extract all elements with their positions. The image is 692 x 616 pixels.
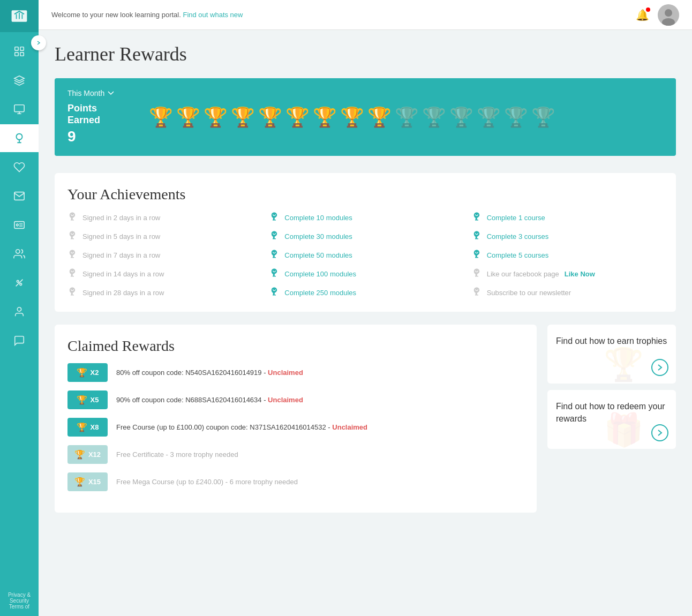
reward-row: 🏆 X15Free Mega Course (up to £240.00) - … (67, 472, 524, 491)
reward-badge: 🏆 X15 (67, 472, 108, 491)
trophy-icon: 🏆 (231, 106, 255, 129)
trophy-achievement-icon (269, 249, 279, 261)
badge-trophy-icon: 🏆 (74, 449, 85, 460)
reward-row: 🏆 X280% off coupon code: N540SA162041601… (67, 363, 524, 382)
trophy-achievement-icon (472, 268, 482, 280)
badge-trophy-icon: 🏆 (77, 395, 87, 405)
badge-trophy-icon: 🏆 (77, 422, 87, 432)
info-card-bg-icon: 🏆 (604, 345, 644, 384)
reward-text: Free Mega Course (up to £240.00) - 6 mor… (116, 478, 298, 486)
trophy-achievement-icon (472, 212, 482, 224)
svg-rect-11 (14, 222, 24, 229)
svg-rect-5 (20, 47, 24, 50)
like-now-link[interactable]: Like Now (565, 270, 595, 278)
info-card-arrow-button[interactable] (651, 359, 668, 376)
reward-row: 🏆 X12Free Certificate - 3 more trophy ne… (67, 445, 524, 464)
notification-bell[interactable]: 🔔 (636, 9, 649, 21)
trophy-achievement-icon (67, 287, 77, 299)
achievement-item: Complete 10 modules (269, 212, 461, 224)
points-value: 9 (67, 128, 127, 145)
achievement-item: Signed in 7 days in a row (67, 249, 259, 261)
topbar-welcome: Welcome to your new look learning portal… (51, 11, 243, 19)
sidebar: Privacy & Security Terms of (0, 0, 39, 616)
info-card: Find out how to redeem your rewards🎁 (547, 390, 676, 449)
month-selector[interactable]: This Month (67, 89, 127, 97)
reward-badge: 🏆 X12 (67, 445, 108, 464)
claimed-card: Claimed Rewards 🏆 X280% off coupon code:… (55, 325, 537, 513)
nav-courses[interactable] (0, 66, 39, 94)
rewards-top: This Month PointsEarned 9 🏆🏆🏆🏆🏆🏆🏆🏆🏆🏆🏆🏆🏆🏆… (55, 78, 676, 156)
nav-monitor[interactable] (0, 95, 39, 123)
bottom-section: Claimed Rewards 🏆 X280% off coupon code:… (55, 325, 676, 513)
trophy-achievement-icon (472, 230, 482, 243)
nav-rewards[interactable] (0, 124, 39, 152)
reward-text: Free Certificate - 3 more trophy needed (116, 450, 238, 459)
sidebar-nav (0, 37, 39, 355)
nav-profile[interactable] (0, 298, 39, 326)
reward-text: 90% off coupon code: N688SA1620416014634… (116, 396, 303, 404)
info-card: Find out how to earn trophies🏆 (547, 325, 676, 384)
achievements-title: Your Achievements (67, 186, 663, 203)
achievement-item: Complete 250 modules (269, 287, 461, 299)
reward-badge: 🏆 X5 (67, 390, 108, 409)
nav-messages[interactable] (0, 182, 39, 210)
svg-point-15 (16, 250, 20, 253)
badge-trophy-icon: 🏆 (77, 367, 87, 378)
unclaimed-badge: Unclaimed (268, 396, 303, 404)
trophy-icon: 🏆 (422, 106, 446, 129)
reward-row: 🏆 X8Free Course (up to £100.00) coupon c… (67, 418, 524, 437)
trophy-icon: 🏆 (367, 106, 392, 129)
achievement-item: Complete 30 modules (269, 230, 461, 243)
nav-wishlist[interactable] (0, 153, 39, 181)
reward-text: 80% off coupon code: N540SA1620416014919… (116, 369, 303, 377)
trophy-achievement-icon (67, 268, 77, 280)
avatar[interactable] (658, 4, 679, 26)
trophy-icon: 🏆 (176, 106, 200, 129)
sidebar-footer: Privacy & Security Terms of (5, 585, 34, 616)
main-content: Welcome to your new look learning portal… (39, 0, 692, 616)
trophy-icon: 🏆 (395, 106, 419, 129)
info-card-arrow-button[interactable] (651, 424, 668, 441)
achievement-item: Signed in 5 days in a row (67, 230, 259, 243)
unclaimed-badge: Unclaimed (268, 369, 303, 377)
trophy-achievement-icon (269, 287, 279, 299)
sidebar-toggle[interactable] (31, 35, 46, 50)
trophy-icon: 🏆 (258, 106, 282, 129)
topbar: Welcome to your new look learning portal… (39, 0, 692, 30)
svg-rect-6 (15, 52, 18, 56)
nav-support[interactable] (0, 327, 39, 355)
trophy-achievement-icon (269, 212, 279, 224)
achievement-item: Complete 5 courses (472, 249, 663, 261)
nav-teams[interactable] (0, 240, 39, 268)
svg-point-16 (17, 280, 19, 282)
trophy-icon: 🏆 (285, 106, 310, 129)
unclaimed-badge: Unclaimed (332, 423, 367, 431)
reward-badge: 🏆 X8 (67, 418, 108, 437)
achievement-item: Complete 3 courses (472, 230, 663, 243)
nav-id-card[interactable] (0, 211, 39, 239)
info-sidebar: Find out how to earn trophies🏆Find out h… (547, 325, 676, 513)
svg-rect-7 (20, 52, 24, 56)
achievements-grid: Signed in 2 days in a rowComplete 10 mod… (67, 212, 663, 299)
points-card: This Month PointsEarned 9 (55, 78, 140, 156)
trophy-bar: 🏆🏆🏆🏆🏆🏆🏆🏆🏆🏆🏆🏆🏆🏆🏆 (140, 78, 676, 156)
trophy-icon: 🏆 (477, 106, 501, 129)
trophy-achievement-icon (67, 212, 77, 224)
reward-row: 🏆 X590% off coupon code: N688SA162041601… (67, 390, 524, 409)
trophy-icon: 🏆 (531, 106, 555, 129)
find-out-link[interactable]: Find out whats new (183, 11, 243, 19)
svg-point-17 (20, 283, 22, 286)
rewards-list: 🏆 X280% off coupon code: N540SA162041601… (67, 363, 524, 491)
nav-discounts[interactable] (0, 269, 39, 297)
trophy-icon: 🏆 (340, 106, 364, 129)
achievement-item: Signed in 2 days in a row (67, 212, 259, 224)
reward-badge: 🏆 X2 (67, 363, 108, 382)
topbar-right: 🔔 (636, 4, 679, 26)
svg-point-21 (665, 9, 672, 17)
achievement-item: Subscribe to our newsletter (472, 287, 663, 299)
achievement-item: Complete 50 modules (269, 249, 461, 261)
points-label: PointsEarned (67, 103, 127, 126)
trophy-achievement-icon (269, 268, 279, 280)
svg-point-12 (17, 224, 19, 226)
info-card-bg-icon: 🎁 (604, 411, 644, 449)
